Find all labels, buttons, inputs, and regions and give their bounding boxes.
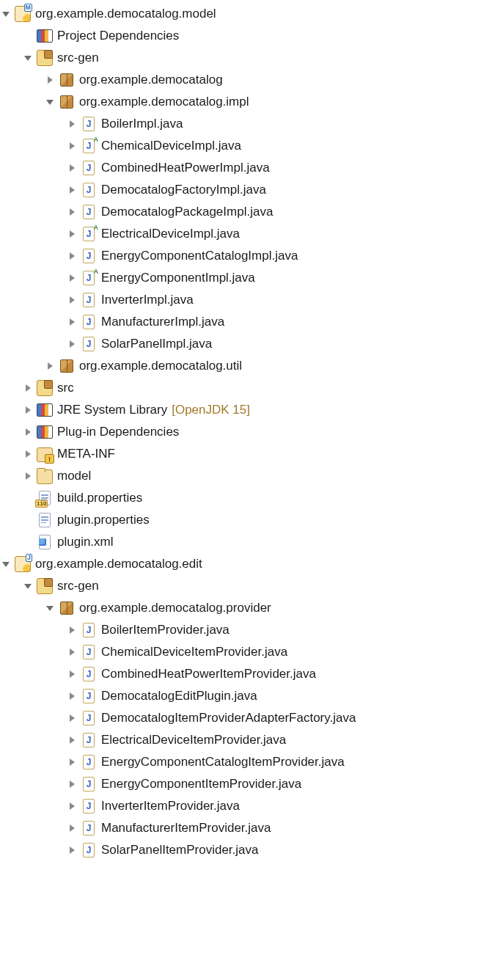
disclosure-spacer bbox=[22, 492, 34, 504]
tree-item-label: ChemicalDeviceImpl.java bbox=[101, 139, 241, 153]
tree-item[interactable]: org.example.democatalog.model bbox=[0, 3, 481, 25]
svg-marker-9 bbox=[70, 230, 75, 238]
tree-item-label: DemocatalogEditPlugin.java bbox=[101, 689, 257, 703]
disclosure-down-icon[interactable] bbox=[22, 580, 34, 592]
tree-item[interactable]: model bbox=[0, 465, 481, 487]
disclosure-right-icon[interactable] bbox=[66, 712, 78, 724]
tree-item[interactable]: org.example.democatalog.impl bbox=[0, 91, 481, 113]
tree-item[interactable]: DemocatalogEditPlugin.java bbox=[0, 685, 481, 707]
disclosure-right-icon[interactable] bbox=[22, 382, 34, 394]
tree-item[interactable]: ChemicalDeviceItemProvider.java bbox=[0, 641, 481, 663]
tree-item[interactable]: org.example.democatalog.util bbox=[0, 355, 481, 377]
java-file-icon bbox=[81, 754, 97, 770]
tree-item[interactable]: EnergyComponentCatalogItemProvider.java bbox=[0, 751, 481, 773]
tree-item[interactable]: JRE System Library[OpenJDK 15] bbox=[0, 399, 481, 421]
disclosure-right-icon[interactable] bbox=[66, 272, 78, 284]
project-icon bbox=[15, 6, 31, 22]
tree-item[interactable]: AChemicalDeviceImpl.java bbox=[0, 135, 481, 157]
disclosure-right-icon[interactable] bbox=[44, 74, 56, 86]
tree-item-label: EnergyComponentCatalogImpl.java bbox=[101, 249, 298, 263]
disclosure-right-icon[interactable] bbox=[66, 646, 78, 658]
disclosure-right-icon[interactable] bbox=[66, 800, 78, 812]
tree-item-label: ChemicalDeviceItemProvider.java bbox=[101, 645, 287, 659]
tree-item[interactable]: src-gen bbox=[0, 47, 481, 69]
tree-item[interactable]: InverterItemProvider.java bbox=[0, 795, 481, 817]
tree-item-label: META-INF bbox=[57, 447, 115, 461]
disclosure-right-icon[interactable] bbox=[66, 250, 78, 262]
disclosure-down-icon[interactable] bbox=[0, 8, 12, 20]
svg-marker-24 bbox=[70, 626, 75, 634]
tree-item[interactable]: CombinedHeatPowerItemProvider.java bbox=[0, 663, 481, 685]
tree-item[interactable]: 110build.properties bbox=[0, 487, 481, 509]
java-file-icon bbox=[81, 820, 97, 836]
tree-item[interactable]: org.example.democatalog.edit bbox=[0, 553, 481, 575]
java-file-icon bbox=[81, 688, 97, 704]
tree-item[interactable]: org.example.democatalog bbox=[0, 69, 481, 91]
tree-item[interactable]: InverterImpl.java bbox=[0, 289, 481, 311]
disclosure-right-icon[interactable] bbox=[66, 734, 78, 746]
disclosure-right-icon[interactable] bbox=[66, 822, 78, 834]
tree-item[interactable]: Project Dependencies bbox=[0, 25, 481, 47]
svg-marker-29 bbox=[70, 736, 75, 744]
tree-item[interactable]: EnergyComponentItemProvider.java bbox=[0, 773, 481, 795]
disclosure-right-icon[interactable] bbox=[22, 404, 34, 416]
disclosure-right-icon[interactable] bbox=[22, 426, 34, 438]
disclosure-right-icon[interactable] bbox=[66, 140, 78, 152]
disclosure-right-icon[interactable] bbox=[44, 360, 56, 372]
tree-item[interactable]: BoilerItemProvider.java bbox=[0, 619, 481, 641]
tree-item[interactable]: EnergyComponentCatalogImpl.java bbox=[0, 245, 481, 267]
java-file-icon bbox=[81, 710, 97, 726]
tree-item[interactable]: AEnergyComponentImpl.java bbox=[0, 267, 481, 289]
disclosure-right-icon[interactable] bbox=[22, 448, 34, 460]
tree-item[interactable]: DemocatalogFactoryImpl.java bbox=[0, 179, 481, 201]
disclosure-right-icon[interactable] bbox=[66, 844, 78, 856]
disclosure-right-icon[interactable] bbox=[66, 668, 78, 680]
tree-item[interactable]: ManufacturerImpl.java bbox=[0, 311, 481, 333]
disclosure-right-icon[interactable] bbox=[66, 294, 78, 306]
tree-item[interactable]: ManufacturerItemProvider.java bbox=[0, 817, 481, 839]
java-file-icon bbox=[81, 336, 97, 352]
svg-marker-17 bbox=[26, 406, 31, 414]
tree-item[interactable]: AElectricalDeviceImpl.java bbox=[0, 223, 481, 245]
tree-item[interactable]: SolarPanelItemProvider.java bbox=[0, 839, 481, 861]
package-icon bbox=[59, 358, 75, 374]
tree-item[interactable]: DemocatalogItemProviderAdapterFactory.ja… bbox=[0, 707, 481, 729]
disclosure-right-icon[interactable] bbox=[66, 624, 78, 636]
disclosure-right-icon[interactable] bbox=[66, 228, 78, 240]
disclosure-down-icon[interactable] bbox=[22, 52, 34, 64]
disclosure-down-icon[interactable] bbox=[0, 558, 12, 570]
disclosure-right-icon[interactable] bbox=[66, 690, 78, 702]
disclosure-right-icon[interactable] bbox=[66, 206, 78, 218]
tree-item[interactable]: src bbox=[0, 377, 481, 399]
tree-item[interactable]: src-gen bbox=[0, 575, 481, 597]
java-file-icon bbox=[81, 842, 97, 858]
svg-marker-12 bbox=[70, 296, 75, 304]
tree-item[interactable]: plugin.properties bbox=[0, 509, 481, 531]
tree-item-label: EnergyComponentCatalogItemProvider.java bbox=[101, 755, 345, 769]
disclosure-right-icon[interactable] bbox=[66, 756, 78, 768]
tree-item[interactable]: ElectricalDeviceItemProvider.java bbox=[0, 729, 481, 751]
tree-item[interactable]: DemocatalogPackageImpl.java bbox=[0, 201, 481, 223]
disclosure-right-icon[interactable] bbox=[66, 338, 78, 350]
disclosure-right-icon[interactable] bbox=[66, 184, 78, 196]
disclosure-right-icon[interactable] bbox=[66, 162, 78, 174]
tree-item-label: InverterImpl.java bbox=[101, 293, 194, 307]
tree-item[interactable]: plugin.xml bbox=[0, 531, 481, 553]
tree-item[interactable]: CombinedHeatPowerImpl.java bbox=[0, 157, 481, 179]
disclosure-right-icon[interactable] bbox=[66, 778, 78, 790]
tree-item[interactable]: BoilerImpl.java bbox=[0, 113, 481, 135]
disclosure-down-icon[interactable] bbox=[44, 96, 56, 108]
tree-item[interactable]: META-INF bbox=[0, 443, 481, 465]
package-explorer-tree[interactable]: org.example.democatalog.modelProject Dep… bbox=[0, 3, 481, 861]
disclosure-down-icon[interactable] bbox=[44, 602, 56, 614]
java-file-icon bbox=[81, 116, 97, 132]
disclosure-right-icon[interactable] bbox=[66, 118, 78, 130]
svg-marker-25 bbox=[70, 648, 75, 656]
tree-item-label: plugin.xml bbox=[57, 535, 114, 549]
tree-item[interactable]: SolarPanelImpl.java bbox=[0, 333, 481, 355]
disclosure-right-icon[interactable] bbox=[66, 316, 78, 328]
tree-item[interactable]: Plug-in Dependencies bbox=[0, 421, 481, 443]
tree-item[interactable]: org.example.democatalog.provider bbox=[0, 597, 481, 619]
java-file-icon bbox=[81, 248, 97, 264]
disclosure-right-icon[interactable] bbox=[22, 470, 34, 482]
